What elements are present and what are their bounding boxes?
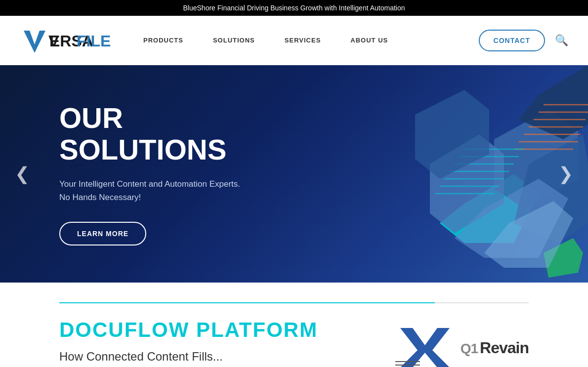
chevron-left-icon: ❮ — [15, 163, 30, 184]
nav-right: CONTACT 🔍 — [479, 30, 568, 51]
svg-text:V: V — [48, 32, 59, 50]
chevron-right-icon: ❯ — [558, 163, 573, 184]
search-button[interactable]: 🔍 — [555, 34, 568, 47]
main-nav: PRODUCTS SOLUTIONS SERVICES ABOUT US — [143, 37, 479, 44]
nav-item-solutions[interactable]: SOLUTIONS — [213, 37, 255, 44]
hero-subtitle-line2: No Hands Necessary! — [59, 193, 141, 202]
nav-item-about[interactable]: ABOUT US — [350, 37, 388, 44]
announcement-text: BlueShore Financial Driving Business Gro… — [183, 4, 405, 12]
learn-more-button[interactable]: LEARN MORE — [59, 222, 146, 245]
svg-marker-0 — [24, 31, 45, 53]
carousel-prev-button[interactable]: ❮ — [10, 159, 35, 189]
svg-text:FILE: FILE — [77, 32, 111, 50]
contact-button[interactable]: CONTACT — [479, 30, 545, 51]
hero-section: ❮ OUR SOLUTIONS Your Intelligent Content… — [0, 65, 588, 283]
docuflow-title: DOCUFLOW PLATFORM — [59, 318, 318, 342]
announcement-bar: BlueShore Financial Driving Business Gro… — [0, 0, 588, 16]
nav-item-services[interactable]: SERVICES — [285, 37, 321, 44]
nav-item-products[interactable]: PRODUCTS — [143, 37, 183, 44]
revain-icon — [395, 323, 455, 367]
revain-logo-area: Q1Revain — [395, 323, 529, 367]
docuflow-subtitle: How Connected Content Fills... — [59, 350, 318, 364]
header: ERSA FILE V PRODUCTS SOLUTIONS SERVICES … — [0, 16, 588, 65]
logo-svg: ERSA FILE V — [20, 26, 114, 55]
hero-title: OUR SOLUTIONS — [59, 102, 296, 165]
search-icon: 🔍 — [555, 34, 568, 46]
logo[interactable]: ERSA FILE V — [20, 26, 114, 55]
hero-content: OUR SOLUTIONS Your Intelligent Content a… — [0, 102, 296, 245]
docuflow-section: DOCUFLOW PLATFORM How Connected Content … — [59, 318, 318, 364]
revain-text: Q1Revain — [461, 339, 529, 357]
carousel-next-button[interactable]: ❯ — [553, 159, 578, 189]
hero-shapes — [282, 65, 588, 283]
hero-subtitle-line1: Your Intelligent Content and Automation … — [59, 179, 240, 189]
section-divider — [59, 302, 529, 303]
below-hero-section: DOCUFLOW PLATFORM How Connected Content … — [0, 283, 588, 367]
hero-subtitle: Your Intelligent Content and Automation … — [59, 177, 296, 204]
